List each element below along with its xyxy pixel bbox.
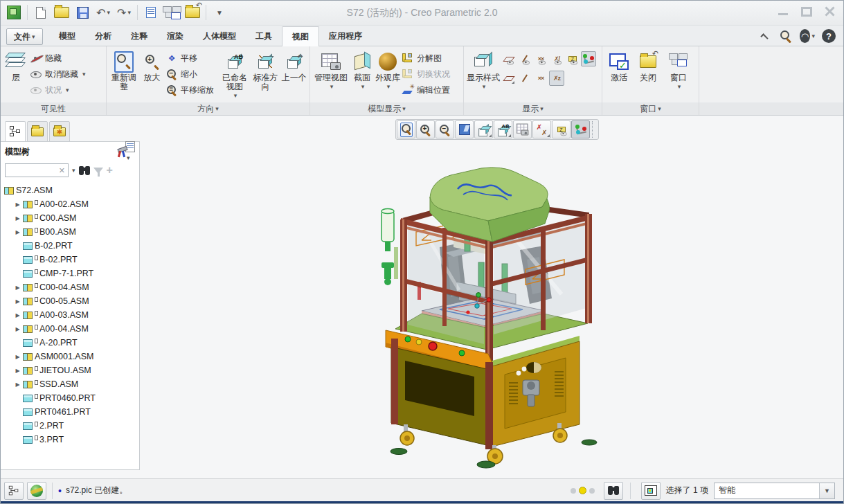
ribbon-tab[interactable]: 注释 (121, 26, 157, 46)
tree-item-label[interactable]: 2.PRT (39, 421, 64, 431)
expand-arrow-icon[interactable]: ▶ (15, 368, 19, 374)
search-input[interactable]: ✕ (5, 163, 69, 177)
collapse-ribbon-icon[interactable] (757, 28, 772, 44)
csys-display-icon[interactable]: ✗/ (549, 51, 564, 66)
find-icon[interactable] (79, 166, 90, 175)
tree-item-label[interactable]: A00-03.ASM (39, 310, 89, 320)
tree-item-label[interactable]: SSD.ASM (39, 379, 78, 389)
exploded-view-button[interactable]: 分解图 (402, 51, 458, 65)
tree-item-label[interactable]: C00-04.ASM (39, 282, 89, 292)
clear-search-icon[interactable]: ✕ (59, 166, 68, 175)
tree-item-label[interactable]: C00-05.ASM (39, 296, 89, 306)
spin-center-icon[interactable] (581, 51, 596, 66)
display-style-icon[interactable] (474, 120, 493, 138)
tree-item[interactable]: ▶ C00-05.ASM (1, 294, 139, 308)
maximize-button[interactable] (799, 6, 814, 18)
toggle-status-button[interactable]: 切换状况 (402, 67, 458, 81)
find-icon[interactable] (604, 482, 623, 500)
zoom-in-icon[interactable]: + (416, 120, 435, 138)
group-label-model-display[interactable]: 模型显示 (310, 102, 463, 115)
expand-arrow-icon[interactable]: ▶ (15, 229, 19, 235)
tree-item-label[interactable]: ASM0001.ASM (35, 352, 93, 361)
activate-button[interactable]: ✓ 激活 (605, 48, 633, 82)
tree-item-label[interactable]: C00.ASM (39, 213, 77, 223)
axis-tag-icon[interactable] (517, 71, 532, 86)
tree-item-label[interactable]: PRT0461.PRT (35, 407, 91, 417)
plane-tag-icon[interactable] (501, 71, 517, 86)
tree-item-label[interactable]: S72.ASM (16, 186, 53, 195)
tree-item[interactable]: ▶ 3.PRT (1, 433, 139, 447)
datum-display-icon[interactable] (532, 120, 551, 138)
expand-arrow-icon[interactable]: ▶ (15, 201, 19, 208)
ribbon-tab[interactable]: 渲染 (157, 26, 193, 46)
ribbon-tab[interactable]: 应用程序 (319, 26, 372, 46)
ribbon-tab[interactable]: 人体模型 (193, 26, 246, 46)
tree-item[interactable]: ▶ SSD.ASM (1, 377, 139, 391)
expand-arrow-icon[interactable]: ▶ (15, 285, 19, 291)
tree-item[interactable]: ▶ B-02.PRT (1, 253, 139, 267)
annotation-display-icon[interactable]: Z (552, 120, 571, 138)
windows-button[interactable]: 窗口 (663, 48, 694, 91)
layers-button[interactable]: 层 (3, 48, 28, 82)
tree-item[interactable]: ▶ A00-04.ASM (1, 322, 139, 336)
group-label-show[interactable]: 显示 (464, 102, 602, 115)
sections-button[interactable]: 截面 (350, 48, 374, 91)
close-button[interactable] (823, 6, 838, 18)
plane-display-icon[interactable] (501, 51, 517, 66)
tree-settings-icon[interactable] (125, 141, 135, 162)
manage-views-button[interactable]: 管理视图 (313, 48, 349, 91)
ribbon-tab[interactable]: 分析 (85, 26, 121, 46)
add-filter-icon[interactable]: + (107, 164, 113, 177)
expand-arrow-icon[interactable]: ▶ (15, 381, 19, 388)
tree-item[interactable]: ▶ B00.ASM (1, 225, 139, 239)
view-manager-icon[interactable] (513, 120, 532, 138)
tree-item[interactable]: ▶ A00-02.ASM (1, 197, 139, 211)
file-menu-button[interactable]: 文件 (6, 28, 43, 45)
group-label-window[interactable]: 窗口 (602, 102, 699, 115)
tree-item[interactable]: ▶ B-02.PRT (1, 239, 139, 253)
csys-tag-icon[interactable]: ✗z (549, 71, 564, 86)
spin-center-icon[interactable] (571, 120, 590, 138)
saved-orientations-icon[interactable]: AB (494, 120, 512, 138)
model-tree-tab[interactable] (5, 121, 26, 142)
graphics-viewport[interactable]: + − AB Z (141, 116, 843, 478)
tree-item[interactable]: ▶ JIETOU.ASM (1, 363, 139, 377)
standard-orientation-button[interactable]: 标准方向 (251, 48, 280, 91)
hide-button[interactable]: 隐藏 (30, 51, 86, 65)
dropdown-arrow-icon[interactable]: ▼ (819, 483, 834, 498)
display-style-button[interactable]: 显示样式 (467, 48, 500, 91)
tree-item-label[interactable]: A00-04.ASM (39, 324, 89, 334)
search-dropdown-icon[interactable]: ▾ (72, 167, 75, 174)
tree-item-label[interactable]: A00-02.ASM (39, 199, 89, 209)
tree-item-label[interactable]: B-02.PRT (35, 241, 73, 251)
help-icon[interactable]: ? (821, 28, 836, 44)
tree-item[interactable]: ▶ PRT0460.PRT (1, 391, 139, 405)
group-label-orientation[interactable]: 方向 (107, 102, 309, 115)
tree-tools-icon[interactable] (116, 147, 121, 156)
point-tag-icon[interactable]: ×× (533, 71, 548, 86)
axis-display-icon[interactable] (517, 51, 532, 66)
named-views-button[interactable]: AB 已命名视图 (220, 48, 249, 100)
tree-item[interactable]: ▶ C00-04.ASM (1, 280, 139, 294)
tree-item[interactable]: ▶ ASM0001.ASM (1, 350, 139, 363)
selection-filter-dropdown[interactable]: 智能 ▼ (714, 483, 835, 499)
repaint-icon[interactable] (455, 120, 474, 138)
annotation-display-icon[interactable]: Z (565, 51, 580, 66)
status-button[interactable]: 状况 (30, 83, 86, 97)
selection-buffer-icon[interactable] (641, 482, 661, 500)
zoom-out-icon[interactable]: − (436, 120, 454, 138)
expand-arrow-icon[interactable]: ▶ (15, 312, 19, 318)
zoom-out-button[interactable]: − 缩小 (165, 67, 219, 81)
favorites-tab[interactable]: ✱ (49, 121, 70, 142)
refit-icon[interactable] (397, 120, 415, 138)
ribbon-tab[interactable]: 工具 (246, 26, 282, 46)
learning-connector-icon[interactable]: ◠ (800, 28, 815, 44)
zoom-in-button[interactable]: + 放大 (140, 48, 164, 82)
folder-browser-tab[interactable] (27, 121, 48, 142)
edit-position-button[interactable]: 编辑位置 (402, 83, 458, 97)
tree-item[interactable]: ▶ C00.ASM (1, 211, 139, 225)
minimize-button[interactable] (775, 6, 791, 18)
appearances-button[interactable]: 外观库 (375, 48, 400, 91)
tree-item-label[interactable]: 3.PRT (39, 435, 64, 444)
tree-item-label[interactable]: B-02.PRT (39, 255, 78, 264)
